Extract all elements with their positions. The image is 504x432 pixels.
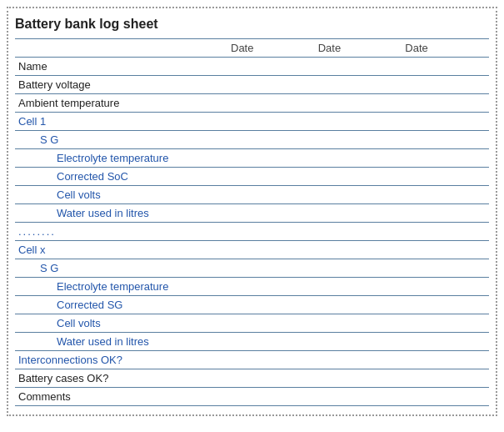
row-label-2: Ambient temperature <box>15 94 227 113</box>
data-cell-r1-c1[interactable] <box>315 76 402 94</box>
data-cell-r13-c0[interactable] <box>227 296 315 314</box>
data-cell-r15-c0[interactable] <box>227 333 315 351</box>
data-cell-r8-c0[interactable] <box>227 204 315 223</box>
data-cell-r8-c1[interactable] <box>315 204 402 223</box>
data-cell-r18-c1[interactable] <box>315 388 402 406</box>
data-cell-r17-c1[interactable] <box>315 369 402 388</box>
data-cell-r17-c0[interactable] <box>227 369 315 388</box>
data-cell-r16-c2[interactable] <box>402 351 489 369</box>
data-cell-r13-c1[interactable] <box>315 296 402 314</box>
row-label-13: Corrected SG <box>15 296 227 314</box>
log-grid: Date Date Date NameBattery voltageAmbien… <box>15 38 489 406</box>
data-cell-r18-c2[interactable] <box>402 388 489 406</box>
row-label-0: Name <box>15 58 227 76</box>
data-cell-r9-c0[interactable] <box>227 223 315 241</box>
data-cell-r12-c1[interactable] <box>315 278 402 296</box>
data-cell-r1-c2[interactable] <box>402 76 489 94</box>
row-label-6: Corrected SoC <box>15 168 227 186</box>
data-cell-r12-c2[interactable] <box>402 278 489 296</box>
row-label-1: Battery voltage <box>15 76 227 94</box>
data-cell-r0-c1[interactable] <box>315 58 402 76</box>
data-cell-r3-c0[interactable] <box>227 113 315 131</box>
data-cell-r2-c1[interactable] <box>315 94 402 113</box>
data-cell-r2-c2[interactable] <box>402 94 489 113</box>
row-label-7: Cell volts <box>15 186 227 204</box>
row-label-14: Cell volts <box>15 314 227 333</box>
row-label-15: Water used in litres <box>15 333 227 351</box>
row-label-4: S G <box>15 131 227 149</box>
header-date2: Date <box>315 39 402 58</box>
row-label-8: Water used in litres <box>15 204 227 223</box>
page-title: Battery bank log sheet <box>15 17 489 32</box>
data-cell-r17-c2[interactable] <box>402 369 489 388</box>
data-cell-r16-c0[interactable] <box>227 351 315 369</box>
data-cell-r11-c1[interactable] <box>315 259 402 278</box>
data-cell-r4-c1[interactable] <box>315 131 402 149</box>
data-cell-r9-c1[interactable] <box>315 223 402 241</box>
data-cell-r9-c2[interactable] <box>402 223 489 241</box>
row-label-11: S G <box>15 259 227 278</box>
data-cell-r10-c2[interactable] <box>402 241 489 259</box>
data-cell-r13-c2[interactable] <box>402 296 489 314</box>
data-cell-r6-c1[interactable] <box>315 168 402 186</box>
data-cell-r0-c0[interactable] <box>227 58 315 76</box>
data-cell-r16-c1[interactable] <box>315 351 402 369</box>
data-cell-r2-c0[interactable] <box>227 94 315 113</box>
data-cell-r10-c0[interactable] <box>227 241 315 259</box>
data-cell-r11-c2[interactable] <box>402 259 489 278</box>
row-label-5: Electrolyte temperature <box>15 149 227 168</box>
data-cell-r18-c0[interactable] <box>227 388 315 406</box>
header-label-col <box>15 39 227 58</box>
data-cell-r4-c2[interactable] <box>402 131 489 149</box>
data-cell-r6-c2[interactable] <box>402 168 489 186</box>
header-date3: Date <box>402 39 489 58</box>
data-cell-r5-c2[interactable] <box>402 149 489 168</box>
row-label-12: Electrolyte temperature <box>15 278 227 296</box>
data-cell-r7-c0[interactable] <box>227 186 315 204</box>
row-label-18: Comments <box>15 388 227 406</box>
data-cell-r3-c2[interactable] <box>402 113 489 131</box>
data-cell-r15-c1[interactable] <box>315 333 402 351</box>
data-cell-r3-c1[interactable] <box>315 113 402 131</box>
data-cell-r15-c2[interactable] <box>402 333 489 351</box>
row-label-3: Cell 1 <box>15 113 227 131</box>
data-cell-r4-c0[interactable] <box>227 131 315 149</box>
page-container: Battery bank log sheet Date Date Date Na… <box>7 7 497 416</box>
data-cell-r8-c2[interactable] <box>402 204 489 223</box>
row-label-16: Interconnections OK? <box>15 351 227 369</box>
data-cell-r0-c2[interactable] <box>402 58 489 76</box>
data-cell-r6-c0[interactable] <box>227 168 315 186</box>
data-cell-r1-c0[interactable] <box>227 76 315 94</box>
data-cell-r7-c1[interactable] <box>315 186 402 204</box>
data-cell-r14-c1[interactable] <box>315 314 402 333</box>
data-cell-r11-c0[interactable] <box>227 259 315 278</box>
row-label-10: Cell x <box>15 241 227 259</box>
data-cell-r14-c2[interactable] <box>402 314 489 333</box>
data-cell-r7-c2[interactable] <box>402 186 489 204</box>
data-cell-r10-c1[interactable] <box>315 241 402 259</box>
data-cell-r14-c0[interactable] <box>227 314 315 333</box>
header-date1: Date <box>227 39 315 58</box>
data-cell-r5-c1[interactable] <box>315 149 402 168</box>
row-label-9: ........ <box>15 223 227 241</box>
data-cell-r5-c0[interactable] <box>227 149 315 168</box>
row-label-17: Battery cases OK? <box>15 369 227 388</box>
data-cell-r12-c0[interactable] <box>227 278 315 296</box>
